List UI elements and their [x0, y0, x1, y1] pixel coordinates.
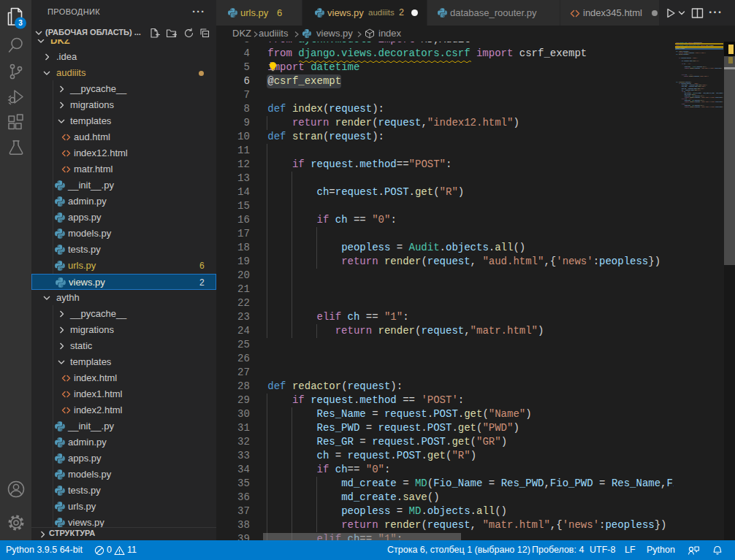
svg-text:3: 3: [18, 19, 23, 27]
